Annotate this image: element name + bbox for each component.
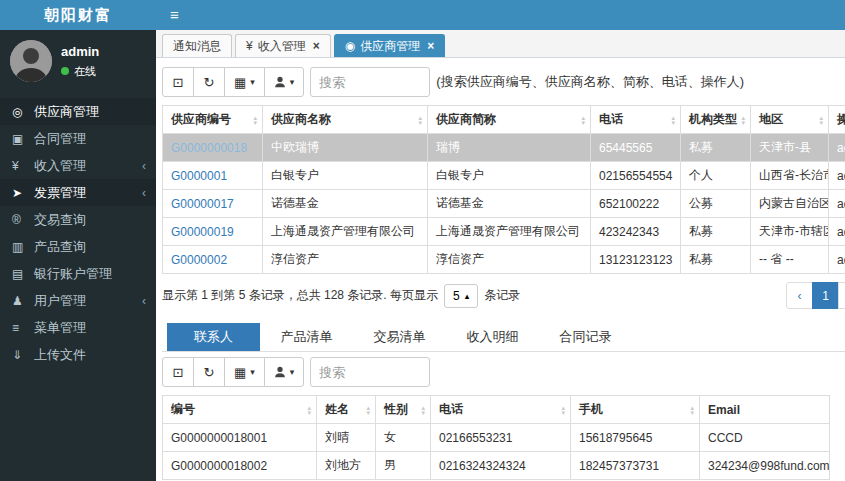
refresh-button[interactable]: ↻ — [193, 67, 225, 97]
menu-item-icon: ® — [12, 213, 34, 227]
sidebar-menu-item[interactable]: ▥ 产品查询 — [0, 233, 156, 260]
sidebar-menu-item[interactable]: ◎ 供应商管理 — [0, 98, 156, 125]
cell-phone: 02166553231 — [431, 424, 571, 452]
column-header[interactable]: 性别 ▴▾ — [376, 396, 431, 424]
sidebar-menu-item[interactable]: ▣ 合同管理 — [0, 125, 156, 152]
sidebar-menu-item[interactable]: ¥ 收入管理 ‹ — [0, 152, 156, 179]
cell-supplier-name: 淳信资产 — [263, 246, 428, 274]
window-tab[interactable]: ◉ 供应商管理 × — [334, 34, 446, 57]
cell-email: CCCD — [700, 424, 830, 452]
window-tab[interactable]: 通知消息 × — [162, 34, 232, 57]
toggle-view-button[interactable]: ⊡ — [162, 67, 194, 97]
column-header[interactable]: 姓名 ▴▾ — [317, 396, 376, 424]
cell-operator: admin — [829, 134, 845, 162]
column-header[interactable]: 电话 ▴▾ — [591, 106, 681, 134]
operator-filter-button[interactable]: ▾ — [264, 357, 305, 387]
app-window: 朝阳财富 admin 在线 ◎ 供应商管理 — [0, 0, 845, 481]
supplier-row[interactable]: G00000019 上海通晟资产管理有限公司 上海通晟资产管理有限公司 4232… — [163, 218, 845, 246]
cell-supplier-short-name: 诺德基金 — [428, 190, 591, 218]
window-tab[interactable]: ¥ 收入管理 × — [235, 34, 331, 57]
column-header[interactable]: 供应商名称 ▴▾ — [263, 106, 428, 134]
online-status-icon — [61, 67, 69, 75]
sort-icon: ▴▾ — [366, 405, 370, 415]
page-number-button[interactable]: 2 — [838, 282, 845, 309]
avatar-image — [10, 40, 52, 82]
menu-item-label: 收入管理 — [34, 157, 86, 175]
operator-filter-button[interactable]: ▾ — [264, 67, 305, 97]
column-header[interactable]: 编号 ▴▾ — [163, 396, 317, 424]
toggle-view-button[interactable]: ⊡ — [162, 357, 194, 387]
tab-close-icon[interactable]: × — [427, 39, 434, 53]
sort-icon: ▴▾ — [671, 115, 675, 125]
column-header[interactable]: Email ▴▾ — [700, 396, 830, 424]
user-icon — [274, 366, 286, 378]
contact-header-row: 编号 ▴▾ 姓名 ▴▾ 性别 ▴▾ — [163, 396, 830, 424]
tab-close-icon[interactable]: × — [313, 39, 320, 53]
column-label: Email — [708, 403, 740, 417]
supplier-row[interactable]: G0000002 淳信资产 淳信资产 13123123123 私募 -- 省 -… — [163, 246, 845, 274]
main-area: ≡ 通知消息 × ¥ 收入管理 × ◉ 供应商管理 × — [156, 0, 845, 481]
column-label: 供应商简称 — [436, 112, 496, 126]
supplier-row[interactable]: G00000017 诺德基金 诺德基金 652100222 公募 内蒙古自治区 … — [163, 190, 845, 218]
sort-icon: ▴▾ — [253, 115, 257, 125]
column-header[interactable]: 手机 ▴▾ — [571, 396, 700, 424]
cell-supplier-short-name: 白银专户 — [428, 162, 591, 190]
column-header[interactable]: 机构类型 ▴▾ — [681, 106, 751, 134]
columns-button[interactable]: ▦ ▾ — [224, 67, 265, 97]
supplier-code-link[interactable]: G00000017 — [171, 197, 234, 211]
column-header[interactable]: 供应商编号 ▴▾ — [163, 106, 263, 134]
refresh-button[interactable]: ↻ — [193, 357, 225, 387]
supplier-toolbar-buttons: ⊡ ↻ ▦ ▾ ▾ — [162, 67, 304, 97]
chevron-left-icon: ‹ — [142, 159, 146, 173]
supplier-code-link[interactable]: G0000002 — [171, 253, 227, 267]
cell-org-type: 私募 — [681, 218, 751, 246]
sidebar-menu-item[interactable]: ≡ 菜单管理 — [0, 314, 156, 341]
columns-button[interactable]: ▦ ▾ — [224, 357, 265, 387]
cell-supplier-name: 诺德基金 — [263, 190, 428, 218]
detail-tab[interactable]: 交易清单 — [353, 323, 446, 351]
detail-tab[interactable]: 产品清单 — [260, 323, 353, 351]
sidebar-menu-item[interactable]: ➤ 发票管理 ‹ — [0, 179, 156, 206]
contact-search-input[interactable] — [310, 357, 430, 387]
detail-tab[interactable]: 联系人 — [167, 323, 260, 351]
sidebar-toggle-icon[interactable]: ≡ — [156, 0, 193, 30]
cell-phone: 652100222 — [591, 190, 681, 218]
menu-item-label: 产品查询 — [34, 238, 86, 256]
column-label: 供应商名称 — [271, 112, 331, 126]
cell-supplier-short-name: 瑞博 — [428, 134, 591, 162]
supplier-row[interactable]: G0000000018 中欧瑞博 瑞博 65445565 私募 天津市-县 ad… — [163, 134, 845, 162]
page-size-dropdown[interactable]: 5 ▴ — [444, 284, 478, 308]
supplier-search-input[interactable] — [310, 67, 430, 97]
column-label: 性别 — [384, 402, 408, 416]
sort-icon: ▴▾ — [690, 405, 694, 415]
contact-row[interactable]: G0000000018002 刘地方 男 0216324324324 18245… — [163, 452, 830, 480]
supplier-code-link[interactable]: G0000000018 — [171, 141, 247, 155]
sidebar-menu-item[interactable]: ® 交易查询 — [0, 206, 156, 233]
sort-icon: ▴▾ — [561, 405, 565, 415]
cell-org-type: 私募 — [681, 134, 751, 162]
tab-label: 供应商管理 — [360, 38, 420, 55]
sidebar-menu-item[interactable]: ♟ 用户管理 ‹ — [0, 287, 156, 314]
sidebar-menu-item[interactable]: ⇓ 上传文件 — [0, 341, 156, 368]
page-number-button[interactable]: 1 — [812, 282, 839, 309]
toggle-view-icon: ⊡ — [173, 75, 184, 90]
menu-item-label: 菜单管理 — [34, 319, 86, 337]
sidebar: 朝阳财富 admin 在线 ◎ 供应商管理 — [0, 0, 156, 481]
column-header[interactable]: 电话 ▴▾ — [431, 396, 571, 424]
prev-page-button[interactable]: ‹ — [786, 282, 813, 309]
chevron-left-icon: ‹ — [142, 186, 146, 200]
sidebar-menu-item[interactable]: ▤ 银行账户管理 — [0, 260, 156, 287]
user-panel: admin 在线 — [0, 30, 156, 92]
sort-icon: ▴▾ — [741, 115, 745, 125]
column-header[interactable]: 地区 ▴▾ — [751, 106, 829, 134]
column-header[interactable]: 供应商简称 ▴▾ — [428, 106, 591, 134]
cell-region: 山西省-长治市 — [751, 162, 829, 190]
detail-tab[interactable]: 合同记录 — [539, 323, 632, 351]
menu-item-label: 上传文件 — [34, 346, 86, 364]
column-header[interactable]: 操作人 ▴▾ — [829, 106, 845, 134]
contact-row[interactable]: G0000000018001 刘晴 女 02166553231 15618795… — [163, 424, 830, 452]
supplier-code-link[interactable]: G0000001 — [171, 169, 227, 183]
detail-tab[interactable]: 收入明细 — [446, 323, 539, 351]
supplier-code-link[interactable]: G00000019 — [171, 225, 234, 239]
supplier-row[interactable]: G0000001 白银专户 白银专户 02156554554 个人 山西省-长治… — [163, 162, 845, 190]
